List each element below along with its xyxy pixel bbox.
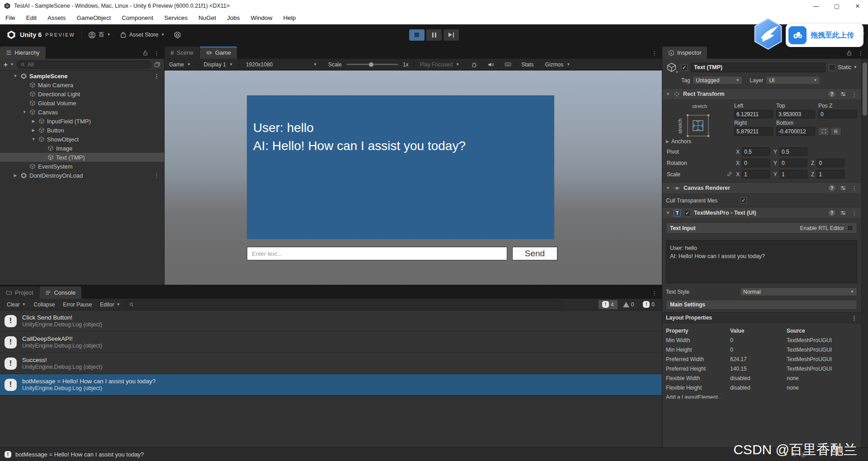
hierarchy-item-button[interactable]: ▶ Button	[0, 126, 164, 135]
active-checkbox[interactable]: ✓	[681, 64, 688, 71]
hierarchy-item-showobject[interactable]: ▼ ShowObject	[0, 135, 164, 144]
top-input[interactable]: 3.953003	[776, 110, 815, 118]
hierarchy-item-global-volume[interactable]: Global Volume	[0, 99, 164, 108]
foldout-closed-icon[interactable]: ▶	[31, 119, 36, 123]
add-dropdown-caret-icon[interactable]: ▼	[10, 63, 14, 66]
blueprint-mode-button[interactable]	[818, 127, 829, 136]
minimize-button[interactable]: —	[806, 0, 826, 12]
item-menu-icon[interactable]: ⋮	[154, 73, 160, 80]
play-button[interactable]	[409, 29, 425, 41]
asset-store-dropdown[interactable]: Asset Store ▼	[120, 31, 165, 38]
menu-file[interactable]: File	[0, 12, 21, 24]
pivot-x-input[interactable]: 0.5	[742, 147, 770, 156]
hierarchy-search-field[interactable]	[28, 61, 148, 68]
rotation-z-input[interactable]: 0	[816, 159, 844, 167]
chat-input-field[interactable]	[247, 247, 507, 260]
foldout-open-icon[interactable]: ▼	[666, 211, 670, 215]
error-pause-toggle[interactable]: Error Pause	[60, 300, 95, 309]
scale-slider[interactable]	[346, 64, 398, 65]
panel-menu-icon[interactable]: ⋮	[858, 50, 863, 56]
tab-inspector[interactable]: Inspector	[662, 47, 707, 59]
hierarchy-item-directional-light[interactable]: Directional Light	[0, 89, 164, 99]
help-icon[interactable]: ?	[829, 91, 835, 97]
tag-dropdown[interactable]: Untagged▼	[693, 76, 742, 85]
editor-dropdown[interactable]: Editor ▼	[97, 300, 123, 309]
pause-button[interactable]	[426, 29, 442, 41]
debug-bug-icon[interactable]	[471, 61, 478, 68]
scale-x-input[interactable]: 1	[742, 170, 770, 179]
warning-count-toggle[interactable]: 0	[619, 300, 638, 309]
clear-button[interactable]: Clear ▼	[4, 300, 29, 309]
hierarchy-item-text-tmp-selected[interactable]: Text (TMP)	[0, 153, 164, 162]
tab-hierarchy[interactable]: Hierarchy	[0, 47, 46, 59]
presets-icon[interactable]	[840, 185, 846, 191]
hierarchy-item-image[interactable]: Image	[0, 144, 164, 153]
tab-game[interactable]: Game	[200, 47, 237, 59]
tmp-component-header[interactable]: ▼ T ✓ TextMeshPro - Text (UI) ? ⋮	[662, 207, 861, 219]
thunder-overlay-icon[interactable]	[752, 17, 784, 51]
panel-menu-icon[interactable]: ⋮	[651, 290, 657, 296]
foldout-open-icon[interactable]: ▼	[22, 110, 27, 114]
stats-toggle[interactable]: Stats	[521, 61, 533, 68]
scene-picker-icon[interactable]	[154, 61, 160, 68]
play-focused-dropdown[interactable]: Play Focused ▼	[418, 61, 462, 68]
layout-properties-header[interactable]: Layout Properties ⋮	[662, 312, 861, 323]
menu-edit[interactable]: Edit	[21, 12, 42, 24]
inspector-scrollbar[interactable]	[861, 59, 868, 447]
presets-icon[interactable]	[840, 210, 846, 216]
lock-icon[interactable]	[846, 50, 852, 56]
hierarchy-item-inputfield[interactable]: ▶ InputField (TMP)	[0, 117, 164, 126]
tab-scene[interactable]: # Scene	[165, 47, 199, 59]
menu-jobs[interactable]: Jobs	[222, 12, 245, 24]
gameobject-icon[interactable]: ▼	[666, 62, 678, 73]
close-button[interactable]: ✕	[847, 0, 868, 12]
link-scale-icon[interactable]	[726, 171, 733, 178]
send-button[interactable]: Send	[512, 247, 557, 260]
foldout-open-icon[interactable]: ▼	[13, 74, 18, 78]
left-input[interactable]: 6.129211	[734, 110, 773, 118]
foldout-closed-icon[interactable]: ▶	[13, 173, 18, 178]
static-checkbox[interactable]	[829, 64, 835, 71]
text-style-dropdown[interactable]: Normal▼	[740, 287, 857, 296]
hierarchy-item-canvas[interactable]: ▼ Canvas	[0, 108, 164, 117]
component-menu-icon[interactable]: ⋮	[851, 210, 857, 216]
lock-icon[interactable]	[142, 50, 148, 56]
cloud-settings-button[interactable]	[174, 31, 181, 39]
help-icon[interactable]: ?	[829, 210, 835, 216]
log-count-toggle[interactable]: ! 4	[599, 300, 618, 309]
scale-z-input[interactable]: 1	[816, 170, 844, 179]
tmp-enabled-checkbox[interactable]: ✓	[684, 210, 691, 216]
netdisk-upload-overlay[interactable]: 拖拽至此上传	[786, 24, 863, 47]
panel-menu-icon[interactable]: ⋮	[154, 50, 160, 56]
foldout-closed-icon[interactable]: ▶	[31, 128, 36, 132]
error-count-toggle[interactable]: ! 0	[639, 300, 658, 309]
menu-assets[interactable]: Assets	[42, 12, 71, 24]
raw-edit-mode-button[interactable]: R	[830, 127, 841, 136]
menu-nuget[interactable]: NuGet	[193, 12, 222, 24]
component-menu-icon[interactable]: ⋮	[851, 315, 857, 321]
menu-gameobject[interactable]: GameObject	[71, 12, 117, 24]
canvas-renderer-header[interactable]: ▼ Canvas Renderer ? ⋮	[662, 182, 861, 194]
cull-checkbox[interactable]: ✓	[740, 197, 747, 204]
keyboard-icon[interactable]	[504, 61, 512, 68]
pivot-y-input[interactable]: 0.5	[779, 147, 807, 156]
add-gameobject-button[interactable]: +	[4, 61, 8, 68]
presets-icon[interactable]	[840, 91, 846, 97]
layer-dropdown[interactable]: UI▼	[766, 76, 820, 85]
status-message[interactable]: botMessage = Hello! How can I assist you…	[15, 451, 144, 458]
scale-y-input[interactable]: 1	[779, 170, 807, 179]
collapse-toggle[interactable]: Collapse	[31, 300, 58, 309]
gizmos-dropdown[interactable]: Gizmos ▼	[543, 61, 572, 68]
foldout-open-icon[interactable]: ▼	[666, 92, 670, 96]
menu-help[interactable]: Help	[278, 12, 301, 24]
anchor-preset-button[interactable]	[684, 112, 712, 140]
hierarchy-item-samplescene[interactable]: ▼ SampleScene ⋮	[0, 71, 164, 80]
console-search-field[interactable]	[136, 301, 559, 308]
help-icon[interactable]: ?	[829, 185, 835, 191]
menu-window[interactable]: Window	[245, 12, 278, 24]
step-button[interactable]	[443, 29, 459, 41]
audio-mute-icon[interactable]	[487, 61, 495, 68]
menu-component[interactable]: Component	[116, 12, 159, 24]
tmp-text-area[interactable]: User: hello AI: Hello! How can I assist …	[666, 240, 857, 283]
gameobject-name-field[interactable]: Text (TMP)	[691, 63, 826, 72]
